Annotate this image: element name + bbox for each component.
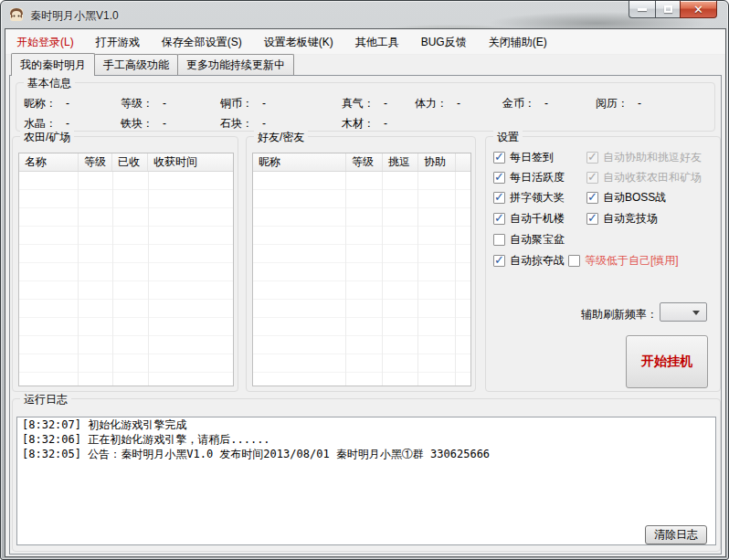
tab-manual-advanced[interactable]: 手工高级功能 (94, 54, 178, 76)
column-divider (455, 172, 456, 386)
checkbox-icon[interactable] (568, 255, 580, 267)
checkbox-auto-jubaopen[interactable]: 自动聚宝盆 (493, 232, 565, 248)
stat-level: 等级：- (121, 96, 166, 111)
log-title: 运行日志 (20, 392, 71, 407)
log-line: [8:32:06] 正在初始化游戏引擎，请稍后...... (17, 432, 715, 447)
checkbox-icon[interactable] (493, 234, 505, 246)
checkbox-auto-assist-tease[interactable]: 自动协助和挑逗好友 (586, 150, 702, 165)
app-icon (9, 7, 24, 22)
checkbox-icon[interactable] (493, 152, 505, 164)
friends-title: 好友/密友 (254, 130, 308, 145)
tab-strip: 我的秦时明月 手工高级功能 更多功能持续更新中 (11, 56, 293, 76)
clear-log-button[interactable]: 清除日志 (645, 525, 707, 544)
checkbox-auto-qianjilou[interactable]: 自动千机楼 (493, 211, 565, 227)
farm-col-level[interactable]: 等级 (79, 153, 112, 171)
checkbox-icon[interactable] (493, 213, 505, 225)
close-icon: ✕ (693, 4, 703, 16)
checkbox-icon[interactable] (586, 152, 598, 164)
stat-experience: 阅历：- (596, 96, 641, 111)
title-bar[interactable]: 秦时明月小黑V1.0 ✕ (1, 1, 728, 28)
checkbox-icon[interactable] (493, 255, 505, 267)
log-line: [8:32:05] 公告：秦时明月小黑V1.0 发布时间2013/08/01 秦… (17, 447, 715, 461)
basic-info-groupbox: 基本信息 昵称：- 等级：- 铜币：- 真气：- 体力：- 金币：- 阅历：- … (16, 82, 715, 132)
tab-my-qinshimingyue[interactable]: 我的秦时明月 (11, 53, 95, 76)
farm-col-name[interactable]: 名称 (19, 153, 79, 171)
maximize-button[interactable] (655, 1, 680, 18)
stat-gold: 金币：- (502, 96, 548, 111)
checkbox-icon[interactable] (493, 172, 505, 184)
tab-more-features[interactable]: 更多功能持续更新中 (177, 54, 294, 76)
refresh-rate-label: 辅助刷新频率： (581, 307, 658, 322)
farm-table-body (19, 172, 233, 386)
minimize-icon (638, 8, 647, 11)
refresh-rate-dropdown[interactable] (660, 302, 707, 322)
friends-groupbox: 好友/密友 昵称 等级 挑逗 协助 (246, 136, 476, 392)
checkbox-auto-harvest[interactable]: 自动收获农田和矿场 (586, 170, 702, 185)
stat-nickname: 昵称：- (24, 96, 69, 111)
column-divider (345, 172, 346, 386)
farm-table[interactable]: 名称 等级 已收 收获时间 (18, 153, 234, 386)
menu-bar: 开始登录(L) 打开游戏 保存全部设置(S) 设置老板键(K) 其他工具 BUG… (5, 29, 725, 55)
checkbox-level-below-self[interactable]: 等级低于自己[慎用] (568, 253, 679, 269)
stat-stamina: 体力：- (415, 96, 460, 111)
menu-bug-feedback[interactable]: BUG反馈 (410, 29, 478, 55)
menu-boss-key[interactable]: 设置老板键(K) (253, 29, 344, 55)
menu-save-all-settings[interactable]: 保存全部设置(S) (151, 29, 253, 55)
checkbox-auto-plunder[interactable]: 自动掠夺战 (493, 253, 565, 269)
stat-iron: 铁块：- (121, 116, 166, 132)
settings-groupbox: 设置 每日签到 自动协助和挑逗好友 每日活跃度 自动收获农田和矿场 (485, 136, 721, 392)
app-window: 秦时明月小黑V1.0 ✕ 开始登录(L) 打开游戏 保存全部设置(S) 设置老板… (0, 0, 729, 560)
farm-groupbox: 农田/矿场 名称 等级 已收 收获时间 (12, 136, 238, 392)
checkbox-auto-boss[interactable]: 自动BOSS战 (586, 190, 666, 206)
menu-close-assistant[interactable]: 关闭辅助(E) (478, 29, 558, 55)
close-button[interactable]: ✕ (680, 1, 717, 18)
stat-wood: 木材：- (342, 116, 387, 132)
log-line: [8:32:07] 初始化游戏引擎完成 (17, 417, 715, 432)
tab-page: 基本信息 昵称：- 等级：- 铜币：- 真气：- 体力：- 金币：- 阅历：- … (9, 75, 722, 555)
column-divider (417, 172, 418, 386)
menu-start-login[interactable]: 开始登录(L) (5, 29, 85, 55)
checkbox-icon[interactable] (493, 192, 505, 204)
basic-info-title: 基本信息 (24, 76, 75, 91)
checkbox-icon[interactable] (586, 172, 598, 184)
column-divider (112, 172, 113, 386)
farm-table-header: 名称 等级 已收 收获时间 (19, 153, 233, 172)
checkbox-auto-arena[interactable]: 自动竞技场 (586, 211, 658, 227)
menu-other-tools[interactable]: 其他工具 (344, 29, 410, 55)
log-output[interactable]: [8:32:07] 初始化游戏引擎完成 [8:32:06] 正在初始化游戏引擎，… (16, 417, 716, 545)
column-divider (148, 172, 149, 386)
column-divider (382, 172, 383, 386)
stat-copper: 铜币：- (220, 96, 266, 111)
window-title: 秦时明月小黑V1.0 (30, 8, 119, 24)
farm-col-harvest-time[interactable]: 收获时间 (148, 153, 233, 171)
friends-col-tease[interactable]: 挑逗 (383, 153, 418, 171)
settings-title: 设置 (493, 130, 523, 145)
menu-open-game[interactable]: 打开游戏 (85, 29, 151, 55)
friends-table-header: 昵称 等级 挑逗 协助 (253, 153, 470, 172)
checkbox-daily-signin[interactable]: 每日签到 (493, 150, 554, 165)
maximize-icon (664, 5, 672, 13)
farm-col-harvested[interactable]: 已收 (112, 153, 148, 171)
column-divider (78, 172, 79, 386)
friends-col-nickname[interactable]: 昵称 (253, 153, 346, 171)
friends-col-extra (456, 153, 470, 171)
friends-col-level[interactable]: 等级 (346, 153, 383, 171)
friends-col-assist[interactable]: 协助 (418, 153, 456, 171)
minimize-button[interactable] (629, 1, 655, 18)
start-hangup-button[interactable]: 开始挂机 (626, 335, 708, 388)
client-area: 开始登录(L) 打开游戏 保存全部设置(S) 设置老板键(K) 其他工具 BUG… (5, 28, 726, 557)
checkbox-daily-activity[interactable]: 每日活跃度 (493, 170, 565, 185)
friends-table-body (253, 172, 470, 386)
chevron-down-icon (692, 311, 700, 315)
log-groupbox: 运行日志 [8:32:07] 初始化游戏引擎完成 [8:32:06] 正在初始化… (12, 398, 721, 552)
farm-title: 农田/矿场 (20, 130, 74, 145)
friends-table[interactable]: 昵称 等级 挑逗 协助 (252, 153, 471, 386)
stat-qi: 真气：- (342, 96, 387, 111)
checkbox-word-prize[interactable]: 拼字领大奖 (493, 190, 565, 206)
checkbox-icon[interactable] (586, 213, 598, 225)
checkbox-icon[interactable] (586, 192, 598, 204)
